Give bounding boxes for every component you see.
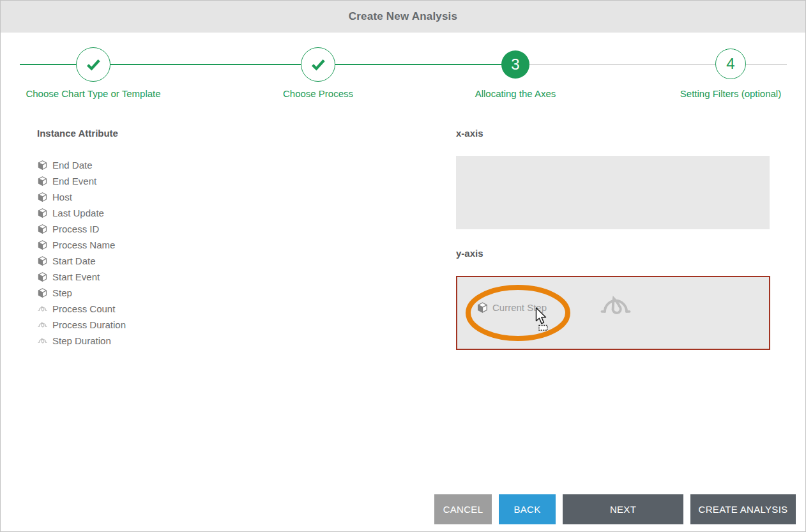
cube-icon bbox=[37, 160, 48, 171]
next-button[interactable]: NEXT bbox=[563, 494, 683, 524]
cancel-button[interactable]: CANCEL bbox=[434, 494, 492, 524]
attribute-panel-heading: Instance Attribute bbox=[37, 128, 118, 139]
attribute-item-start-event[interactable]: Start Event bbox=[37, 269, 126, 285]
cube-icon bbox=[476, 301, 489, 314]
attribute-item-label: Process Count bbox=[52, 303, 115, 314]
x-axis-drop-zone[interactable] bbox=[456, 156, 770, 229]
attribute-item-label: End Date bbox=[52, 160, 93, 171]
check-icon bbox=[307, 54, 329, 75]
stepper-remaining-line bbox=[515, 64, 787, 65]
attribute-item-end-event[interactable]: End Event bbox=[37, 173, 126, 189]
cube-icon bbox=[37, 255, 48, 266]
step-1-label: Choose Chart Type or Template bbox=[26, 88, 160, 99]
step-2-label: Choose Process bbox=[283, 88, 353, 99]
attribute-item-step-duration[interactable]: Step Duration bbox=[37, 333, 126, 349]
gauge-icon bbox=[37, 303, 48, 314]
attribute-item-process-id[interactable]: Process ID bbox=[37, 221, 126, 237]
y-axis-label: y-axis bbox=[456, 248, 483, 259]
check-icon bbox=[82, 54, 104, 75]
attribute-item-label: Last Update bbox=[52, 208, 104, 218]
attribute-item-start-date[interactable]: Start Date bbox=[37, 253, 126, 269]
step-1-indicator[interactable] bbox=[76, 47, 110, 82]
attribute-item-label: Process Name bbox=[52, 239, 115, 250]
step-4-indicator[interactable]: 4 bbox=[715, 49, 746, 79]
cube-icon bbox=[37, 192, 48, 202]
attribute-item-label: Host bbox=[52, 192, 72, 202]
attribute-item-host[interactable]: Host bbox=[37, 189, 126, 205]
dropped-attribute-label: Current Step bbox=[492, 302, 547, 313]
step-number: 3 bbox=[511, 56, 519, 73]
attribute-item-process-duration[interactable]: Process Duration bbox=[37, 317, 126, 333]
x-axis-label: x-axis bbox=[456, 128, 483, 139]
attribute-item-label: Process ID bbox=[52, 224, 99, 234]
cube-icon bbox=[37, 239, 48, 250]
gauge-icon bbox=[37, 319, 48, 330]
attribute-item-label: Process Duration bbox=[52, 319, 126, 330]
create-analysis-dialog: Create New Analysis 3 4 Choose Chart Typ… bbox=[0, 0, 806, 532]
dialog-title: Create New Analysis bbox=[349, 10, 457, 23]
attribute-item-step[interactable]: Step bbox=[37, 285, 126, 301]
attribute-item-label: Start Date bbox=[52, 255, 96, 266]
attribute-item-process-count[interactable]: Process Count bbox=[37, 301, 126, 317]
attribute-list: End Date End Event Host Last Update Proc… bbox=[37, 157, 126, 349]
step-number: 4 bbox=[726, 55, 734, 73]
dialog-titlebar: Create New Analysis bbox=[1, 1, 805, 33]
step-3-indicator[interactable]: 3 bbox=[501, 50, 529, 79]
step-3-label: Allocating the Axes bbox=[475, 88, 556, 99]
step-2-indicator[interactable] bbox=[301, 47, 335, 82]
cube-icon bbox=[37, 208, 48, 218]
attribute-item-label: End Event bbox=[52, 176, 96, 186]
gauge-icon bbox=[595, 288, 636, 324]
gauge-icon bbox=[37, 335, 48, 346]
attribute-item-label: Step bbox=[52, 287, 72, 298]
attribute-item-end-date[interactable]: End Date bbox=[37, 157, 126, 173]
attribute-item-process-name[interactable]: Process Name bbox=[37, 237, 126, 253]
cube-icon bbox=[37, 271, 48, 282]
y-axis-drop-zone[interactable]: Current Step bbox=[456, 276, 770, 350]
cube-icon bbox=[37, 224, 48, 234]
step-4-label: Setting Filters (optional) bbox=[680, 88, 781, 99]
dropped-attribute-current-step[interactable]: Current Step bbox=[476, 301, 547, 314]
attribute-item-label: Step Duration bbox=[52, 335, 111, 346]
attribute-item-last-update[interactable]: Last Update bbox=[37, 205, 126, 221]
back-button[interactable]: BACK bbox=[499, 494, 556, 524]
cube-icon bbox=[37, 176, 48, 186]
attribute-item-label: Start Event bbox=[52, 271, 100, 282]
cube-icon bbox=[37, 287, 48, 298]
create-analysis-button[interactable]: CREATE ANALYSIS bbox=[690, 494, 796, 524]
